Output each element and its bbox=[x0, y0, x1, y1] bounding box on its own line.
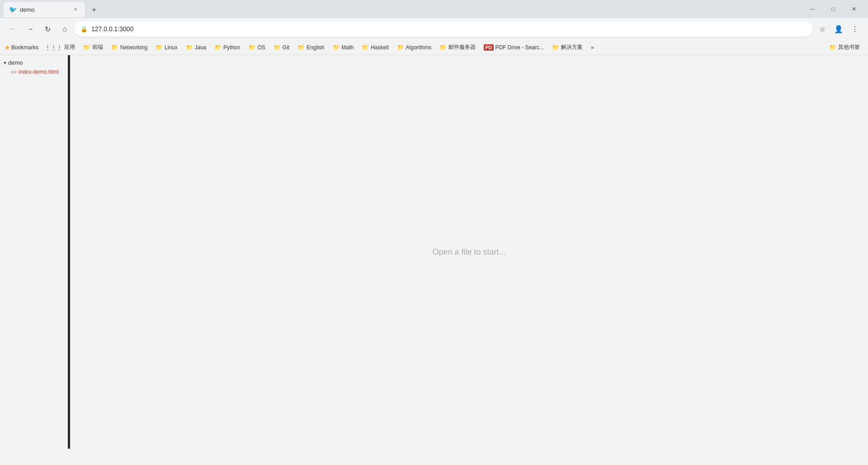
star-button[interactable]: ☆ bbox=[815, 21, 830, 37]
bookmark-java-label: Java bbox=[195, 44, 206, 51]
bookmark-algorithms[interactable]: 📁 Algorithms bbox=[393, 42, 435, 52]
profile-button[interactable]: 👤 bbox=[831, 21, 846, 37]
bookmark-networking[interactable]: 📁 Networking bbox=[108, 42, 151, 52]
menu-button[interactable]: ⋮ bbox=[847, 21, 863, 37]
bookmark-algorithms-label: Algorithms bbox=[406, 44, 432, 51]
tab-favicon: 🐦 bbox=[9, 6, 16, 13]
url-display: 127.0.0.1:3000 bbox=[91, 25, 807, 33]
bookmark-english-label: English bbox=[307, 44, 324, 51]
bookmark-linux[interactable]: 📁 Linux bbox=[152, 42, 181, 52]
bookmark-solutions-label: 解决方案 bbox=[561, 43, 583, 51]
bookmark-math[interactable]: 📁 Math bbox=[329, 42, 358, 52]
bookmark-git[interactable]: 📁 Git bbox=[270, 42, 293, 52]
bookmark-git-label: Git bbox=[283, 44, 289, 51]
bookmarks-star-icon: ★ bbox=[5, 44, 10, 51]
bookmarks-bar: ★ Bookmarks ⋮⋮⋮ 应用 📁 前端 📁 Networking 📁 L… bbox=[0, 40, 868, 55]
sidebar-folder-name: demo bbox=[8, 59, 23, 66]
tab-close-button[interactable]: × bbox=[71, 5, 80, 14]
folder-arrow-icon: ▾ bbox=[4, 60, 6, 66]
maximize-button[interactable]: □ bbox=[823, 2, 844, 16]
back-button[interactable]: ← bbox=[5, 21, 21, 37]
file-code-icon: <> bbox=[11, 69, 17, 75]
bookmark-mail-server-label: 邮件服务器 bbox=[448, 43, 476, 51]
main-content: ▾ demo <> index-demo.html Open a file to… bbox=[0, 55, 868, 449]
browser-chrome: 🐦 demo × + ─ □ ✕ ← → ↻ ⌂ 🔒 127.0.0.1:300… bbox=[0, 0, 868, 55]
bookmark-frontend-label: 前端 bbox=[92, 43, 103, 51]
folder-icon: 📁 bbox=[83, 44, 90, 51]
bookmark-frontend[interactable]: 📁 前端 bbox=[80, 42, 107, 53]
folder-icon: 📁 bbox=[297, 44, 305, 51]
folder-icon: 📁 bbox=[156, 44, 163, 51]
bookmark-mail-server[interactable]: 📁 邮件服务器 bbox=[436, 42, 479, 53]
folder-icon: 📁 bbox=[333, 44, 340, 51]
nav-right-icons: ☆ 👤 ⋮ bbox=[815, 21, 863, 37]
bookmark-linux-label: Linux bbox=[165, 44, 178, 51]
bookmarks-label: Bookmarks bbox=[11, 44, 38, 51]
folder-icon: 📁 bbox=[552, 44, 559, 51]
editor-area: Open a file to start... bbox=[70, 55, 868, 449]
folder-icon: 📁 bbox=[214, 44, 222, 51]
folder-icon: 📁 bbox=[111, 44, 118, 51]
bookmark-os-label: OS bbox=[257, 44, 265, 51]
browser-tab[interactable]: 🐦 demo × bbox=[4, 2, 85, 17]
folder-icon: 📁 bbox=[439, 44, 447, 51]
bookmark-more-label: » bbox=[591, 44, 594, 51]
bookmark-math-label: Math bbox=[342, 44, 354, 51]
sidebar: ▾ demo <> index-demo.html bbox=[0, 55, 70, 449]
apps-icon: ⋮⋮⋮ bbox=[45, 44, 62, 51]
lock-icon: 🔒 bbox=[80, 26, 88, 33]
bookmark-haskell[interactable]: 📁 Haskell bbox=[358, 42, 392, 52]
window-controls: ─ □ ✕ bbox=[802, 2, 864, 16]
home-button[interactable]: ⌂ bbox=[57, 21, 72, 37]
sidebar-resizer[interactable] bbox=[68, 55, 70, 449]
reload-button[interactable]: ↻ bbox=[40, 21, 55, 37]
folder-icon: 📁 bbox=[274, 44, 281, 51]
sidebar-file-name: index-demo.html bbox=[19, 69, 59, 75]
folder-icon: 📁 bbox=[397, 44, 404, 51]
bookmark-python[interactable]: 📁 Python bbox=[211, 42, 244, 52]
bookmark-apps-label: 应用 bbox=[64, 43, 75, 51]
bookmark-other-label: 其他书签 bbox=[838, 43, 860, 51]
tab-bar: 🐦 demo × + bbox=[4, 1, 802, 17]
folder-icon: 📁 bbox=[362, 44, 369, 51]
close-button[interactable]: ✕ bbox=[844, 2, 864, 16]
bookmark-pdf-label: PDF Drive - Searc... bbox=[495, 44, 544, 51]
address-bar[interactable]: 🔒 127.0.0.1:3000 bbox=[74, 21, 813, 37]
folder-icon: 📁 bbox=[829, 44, 836, 51]
sidebar-file-index[interactable]: <> index-demo.html bbox=[0, 67, 70, 76]
folder-icon: 📁 bbox=[248, 44, 255, 51]
forward-button[interactable]: → bbox=[23, 21, 38, 37]
bookmark-pdf-drive[interactable]: PD PDF Drive - Searc... bbox=[480, 43, 547, 52]
bookmark-os[interactable]: 📁 OS bbox=[245, 42, 269, 52]
minimize-button[interactable]: ─ bbox=[802, 2, 823, 16]
bookmark-apps[interactable]: ⋮⋮⋮ 应用 bbox=[41, 42, 79, 53]
navigation-bar: ← → ↻ ⌂ 🔒 127.0.0.1:3000 ☆ 👤 ⋮ bbox=[0, 18, 868, 40]
title-bar: 🐦 demo × + ─ □ ✕ bbox=[0, 0, 868, 18]
bookmark-networking-label: Networking bbox=[120, 44, 147, 51]
bookmark-python-label: Python bbox=[223, 44, 240, 51]
pdf-icon: PD bbox=[484, 44, 493, 51]
bookmark-haskell-label: Haskell bbox=[371, 44, 388, 51]
bookmark-english[interactable]: 📁 English bbox=[294, 42, 328, 52]
folder-icon: 📁 bbox=[186, 44, 193, 51]
bookmark-more[interactable]: » bbox=[587, 43, 598, 52]
bookmark-java[interactable]: 📁 Java bbox=[182, 42, 210, 52]
editor-placeholder: Open a file to start... bbox=[432, 247, 505, 257]
new-tab-button[interactable]: + bbox=[87, 3, 101, 17]
bookmark-solutions[interactable]: 📁 解决方案 bbox=[548, 42, 586, 53]
sidebar-folder-demo[interactable]: ▾ demo bbox=[0, 58, 70, 67]
tab-title: demo bbox=[20, 6, 68, 13]
bookmark-other[interactable]: 📁 其他书签 bbox=[826, 42, 863, 53]
